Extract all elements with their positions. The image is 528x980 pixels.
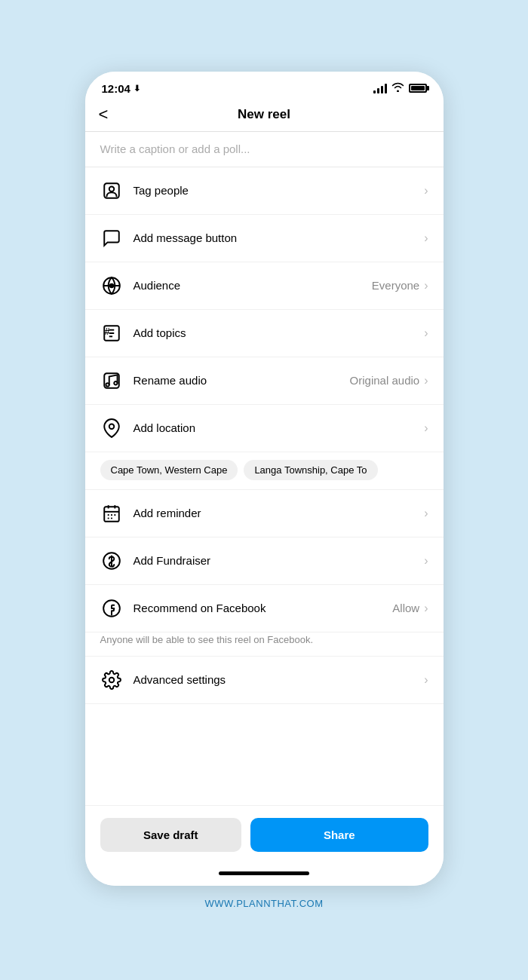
add-location-chevron: › [424,421,428,435]
add-reminder-item[interactable]: Add reminder › [85,490,444,537]
download-indicator: ⬇ [134,84,140,93]
svg-point-11 [114,381,117,384]
home-indicator [85,864,444,886]
svg-point-1 [109,186,114,191]
page-title: New reel [238,107,290,122]
add-location-label: Add location [134,421,425,434]
advanced-settings-label: Advanced settings [134,673,425,686]
tag-people-item[interactable]: Tag people › [85,167,444,215]
svg-point-3 [109,283,114,288]
recommend-facebook-label: Recommend on Facebook [134,602,393,614]
audience-value: Everyone [372,279,419,292]
menu-list: Tag people › Add message button › [85,167,444,805]
svg-text:#: # [104,326,109,337]
svg-point-12 [109,424,114,429]
add-message-item[interactable]: Add message button › [85,215,444,262]
battery-icon [409,84,427,93]
rename-audio-label: Rename audio [134,374,350,387]
topics-icon: # [100,322,123,345]
caption-input[interactable]: Write a caption or add a poll... [100,142,250,155]
status-bar: 12:04 ⬇ [85,72,444,100]
add-topics-chevron: › [424,326,428,340]
audience-chevron: › [424,279,428,292]
svg-point-10 [106,383,109,386]
save-draft-button[interactable]: Save draft [100,818,242,852]
add-reminder-chevron: › [424,507,428,520]
home-bar [219,871,309,875]
settings-icon [100,669,123,691]
advanced-settings-chevron: › [424,673,428,687]
tag-people-icon [100,179,123,202]
back-button[interactable]: < [99,105,109,124]
add-fundraiser-item[interactable]: Add Fundraiser › [85,537,444,585]
recommend-facebook-item[interactable]: Recommend on Facebook Allow › [85,585,444,632]
add-topics-item[interactable]: # Add topics › [85,310,444,357]
add-reminder-label: Add reminder [134,507,425,519]
footer-url: WWW.PLANNTHAT.COM [204,898,323,909]
add-fundraiser-label: Add Fundraiser [134,554,425,567]
bottom-actions: Save draft Share [85,805,444,864]
phone-screen: 12:04 ⬇ < New reel Write a caption or ad… [85,72,444,886]
audio-icon [100,369,123,392]
caption-area[interactable]: Write a caption or add a poll... [85,132,444,167]
tag-people-chevron: › [424,184,428,198]
fundraiser-icon [100,550,123,572]
recommend-facebook-value: Allow [392,602,419,614]
rename-audio-chevron: › [424,374,428,387]
chip-langa[interactable]: Langa Township, Cape To [244,460,377,480]
add-fundraiser-chevron: › [424,554,428,568]
location-chips: Cape Town, Western Cape Langa Township, … [85,452,444,490]
share-button[interactable]: Share [250,818,428,852]
header: < New reel [85,100,444,132]
facebook-icon [100,597,123,620]
audience-icon [100,274,123,297]
status-icons [373,82,427,94]
tag-people-label: Tag people [134,184,425,197]
facebook-note: Anyone will be able to see this reel on … [85,632,444,657]
site-footer: WWW.PLANNTHAT.COM [204,898,323,909]
audience-label: Audience [134,279,372,292]
advanced-settings-item[interactable]: Advanced settings › [85,657,444,704]
add-topics-label: Add topics [134,326,425,339]
rename-audio-value: Original audio [350,374,420,387]
recommend-facebook-chevron: › [424,602,428,615]
signal-icon [373,83,387,93]
status-time: 12:04 ⬇ [102,82,140,95]
message-icon [100,227,123,250]
svg-rect-13 [104,507,119,522]
audience-item[interactable]: Audience Everyone › [85,262,444,310]
location-icon [100,417,123,439]
add-location-item[interactable]: Add location › [85,405,444,452]
wifi-icon [391,82,404,94]
rename-audio-item[interactable]: Rename audio Original audio › [85,357,444,405]
reminder-icon [100,502,123,525]
svg-point-24 [109,677,114,682]
time-display: 12:04 [102,82,130,95]
chip-cape-town[interactable]: Cape Town, Western Cape [100,460,238,480]
add-message-chevron: › [424,231,428,245]
add-message-label: Add message button [134,231,425,244]
facebook-note-text: Anyone will be able to see this reel on … [100,634,314,645]
